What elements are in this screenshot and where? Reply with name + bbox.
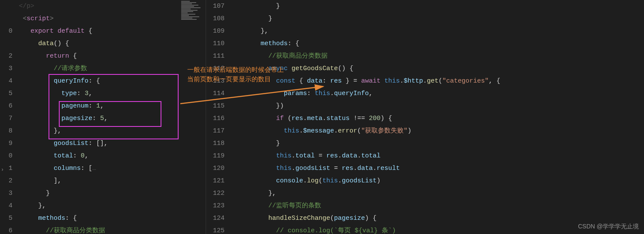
left-code-area[interactable]: </p> <script> export default { data() { … bbox=[15, 0, 180, 234]
code-text: < bbox=[23, 15, 27, 22]
code-text: res bbox=[330, 77, 342, 85]
line-number: 0 bbox=[0, 150, 12, 162]
code-text: . bbox=[423, 77, 427, 85]
code-text: return bbox=[46, 52, 69, 60]
code-comment: //请求参数 bbox=[54, 65, 87, 72]
right-code-area[interactable]: } } }, methods: { //获取商品分类数据 async getGo… bbox=[230, 0, 644, 234]
code-text: data bbox=[307, 77, 322, 85]
code-text: : bbox=[77, 90, 85, 97]
code-text: : [], bbox=[88, 140, 108, 147]
line-number bbox=[0, 37, 12, 50]
code-text: . bbox=[292, 165, 295, 172]
line-number: 7 bbox=[0, 112, 12, 125]
code-text: = bbox=[330, 165, 342, 172]
line-number: 5 bbox=[0, 87, 12, 100]
line-number: 8 bbox=[0, 125, 12, 137]
code-text: } bbox=[46, 190, 50, 197]
right-editor-pane[interactable]: 107 108 109 110 111 112 113 114 115 116 … bbox=[206, 0, 644, 234]
code-text: }, bbox=[268, 190, 276, 197]
line-number bbox=[0, 0, 12, 12]
line-number: 6 bbox=[0, 225, 12, 234]
code-text: : [ bbox=[81, 165, 92, 172]
code-text: handleSizeChange bbox=[268, 215, 330, 222]
minimap[interactable] bbox=[180, 0, 206, 234]
code-text: () { bbox=[54, 40, 69, 47]
code-text: : bbox=[88, 102, 96, 110]
line-number: 124 bbox=[206, 212, 225, 225]
code-text: , bbox=[100, 102, 104, 110]
line-number: 0 bbox=[0, 25, 12, 37]
code-comment: //监听每页的条数 bbox=[268, 202, 321, 209]
code-text: 200 bbox=[369, 115, 380, 122]
code-text: ], bbox=[54, 177, 61, 185]
code-text: : bbox=[307, 90, 315, 97]
code-text: }) bbox=[276, 102, 284, 110]
line-number bbox=[0, 12, 12, 25]
code-comment: // console.log(`每页 ${val} 条`) bbox=[276, 227, 396, 234]
code-text: get bbox=[427, 77, 438, 85]
code-text: . bbox=[303, 177, 307, 185]
code-text: default bbox=[54, 28, 85, 35]
chevron-right-icon[interactable]: › bbox=[1, 167, 4, 173]
left-gutter: 0 2 3 4 5 6 7 8 9 0 1 2 3 4 5 6 bbox=[0, 0, 15, 234]
right-gutter: 107 108 109 110 111 112 113 114 115 116 … bbox=[206, 0, 230, 234]
code-text: "获取参数失败" bbox=[361, 127, 407, 135]
code-text: . bbox=[292, 152, 295, 160]
code-text: , bbox=[104, 115, 108, 122]
code-text: pagesize bbox=[334, 215, 365, 222]
code-text: } bbox=[276, 140, 280, 147]
code-text: columns bbox=[54, 165, 81, 172]
code-text: ( bbox=[319, 177, 322, 185]
code-text: this bbox=[315, 90, 330, 97]
watermark: CSDN @学学学无止境 bbox=[578, 223, 639, 231]
code-text: ( bbox=[357, 127, 361, 135]
code-text: queryInfo bbox=[54, 77, 88, 85]
code-text: ( bbox=[330, 215, 334, 222]
code-text: }, bbox=[261, 28, 268, 35]
line-number: 108 bbox=[206, 12, 225, 25]
line-number: 125 bbox=[206, 225, 225, 234]
code-text: ( bbox=[438, 77, 442, 85]
code-text: , { bbox=[489, 77, 500, 85]
code-text: if bbox=[276, 115, 284, 122]
code-text: 5 bbox=[100, 115, 104, 122]
code-comment: //获取商品分类数据 bbox=[268, 52, 328, 60]
code-text: goodsList bbox=[54, 140, 88, 147]
code-text: pagenum bbox=[61, 102, 88, 110]
code-text: : { bbox=[88, 77, 100, 85]
code-text: }, bbox=[38, 202, 46, 209]
line-number: 117 bbox=[206, 125, 225, 137]
code-text: : { bbox=[65, 215, 77, 222]
editor-container: 0 2 3 4 5 6 7 8 9 0 1 2 3 4 5 6 › </p> <… bbox=[0, 0, 644, 234]
fold-ellipsis[interactable]: … bbox=[92, 165, 96, 172]
line-number: 2 bbox=[0, 175, 12, 187]
code-text: this bbox=[276, 165, 292, 172]
code-text: result bbox=[377, 165, 400, 172]
line-number: 119 bbox=[206, 150, 225, 162]
left-editor-pane[interactable]: 0 2 3 4 5 6 7 8 9 0 1 2 3 4 5 6 › </p> <… bbox=[0, 0, 206, 234]
code-text: await bbox=[361, 77, 380, 85]
code-text: this bbox=[284, 127, 299, 135]
line-number: 4 bbox=[0, 75, 12, 87]
code-text: res bbox=[326, 152, 338, 160]
code-text: error bbox=[338, 127, 357, 135]
code-text: { bbox=[69, 52, 77, 60]
code-text: . bbox=[334, 127, 338, 135]
code-text: . bbox=[353, 165, 357, 172]
line-number: 121 bbox=[206, 175, 225, 187]
code-text: status bbox=[326, 115, 349, 122]
code-text: () { bbox=[338, 65, 353, 72]
code-text: console bbox=[276, 177, 303, 185]
code-text: </p> bbox=[15, 3, 34, 10]
line-number: 4 bbox=[0, 200, 12, 212]
line-number: 5 bbox=[0, 212, 12, 225]
line-number: 109 bbox=[206, 25, 225, 37]
code-text bbox=[380, 77, 384, 85]
code-text: : bbox=[322, 77, 330, 85]
line-number: 2 bbox=[0, 50, 12, 62]
code-text: }, bbox=[54, 127, 61, 135]
code-text: 3 bbox=[85, 90, 88, 97]
code-text: . bbox=[330, 90, 334, 97]
line-number: 110 bbox=[206, 37, 225, 50]
code-text: ( bbox=[284, 115, 292, 122]
